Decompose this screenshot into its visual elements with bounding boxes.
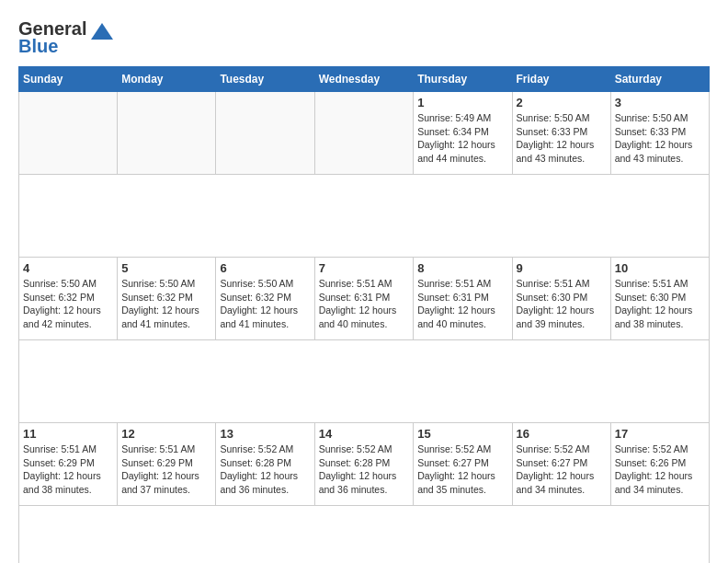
day-number: 16 — [517, 427, 607, 441]
day-detail: Sunrise: 5:50 AMSunset: 6:32 PMDaylight:… — [121, 277, 211, 331]
day-number: 9 — [517, 261, 607, 275]
weekday-header: Sunday — [19, 67, 118, 92]
calendar-day-cell: 7Sunrise: 5:51 AMSunset: 6:31 PMDaylight… — [314, 258, 414, 340]
page-header: General Blue — [18, 18, 710, 57]
day-detail: Sunrise: 5:52 AMSunset: 6:28 PMDaylight:… — [220, 442, 310, 497]
calendar-day-cell: 17Sunrise: 5:52 AMSunset: 6:26 PMDayligh… — [610, 423, 709, 506]
calendar-table: SundayMondayTuesdayWednesdayThursdayFrid… — [18, 66, 710, 563]
day-detail: Sunrise: 5:52 AMSunset: 6:26 PMDaylight:… — [615, 442, 705, 497]
calendar-day-cell: 9Sunrise: 5:51 AMSunset: 6:30 PMDaylight… — [512, 258, 610, 340]
weekday-header: Wednesday — [314, 67, 414, 92]
weekday-header: Monday — [118, 67, 216, 92]
day-number: 1 — [417, 96, 507, 109]
calendar-day-cell: 10Sunrise: 5:51 AMSunset: 6:30 PMDayligh… — [610, 258, 709, 340]
day-number: 2 — [517, 96, 607, 109]
weekday-header: Saturday — [610, 67, 709, 92]
svg-marker-0 — [91, 23, 113, 40]
day-detail: Sunrise: 5:50 AMSunset: 6:32 PMDaylight:… — [220, 277, 310, 331]
weekday-header: Thursday — [414, 67, 512, 92]
calendar-day-cell: 14Sunrise: 5:52 AMSunset: 6:28 PMDayligh… — [314, 423, 414, 506]
calendar-day-cell: 16Sunrise: 5:52 AMSunset: 6:27 PMDayligh… — [512, 423, 610, 506]
calendar-day-cell: 6Sunrise: 5:50 AMSunset: 6:32 PMDaylight… — [216, 258, 314, 340]
day-detail: Sunrise: 5:51 AMSunset: 6:30 PMDaylight:… — [517, 277, 607, 331]
day-number: 14 — [319, 427, 410, 441]
logo: General Blue — [18, 18, 115, 57]
day-number: 13 — [220, 427, 310, 441]
day-detail: Sunrise: 5:52 AMSunset: 6:27 PMDaylight:… — [417, 442, 507, 497]
day-number: 6 — [220, 261, 310, 275]
day-number: 7 — [319, 261, 410, 275]
day-number: 10 — [615, 261, 705, 275]
day-detail: Sunrise: 5:51 AMSunset: 6:31 PMDaylight:… — [319, 277, 410, 331]
day-number: 3 — [615, 96, 705, 109]
week-separator — [19, 506, 710, 564]
weekday-header: Friday — [512, 67, 610, 92]
day-detail: Sunrise: 5:51 AMSunset: 6:29 PMDaylight:… — [23, 442, 113, 497]
calendar-day-cell: 13Sunrise: 5:52 AMSunset: 6:28 PMDayligh… — [216, 423, 314, 506]
separator-cell — [19, 175, 710, 258]
logo-triangle-icon — [89, 21, 115, 47]
day-detail: Sunrise: 5:50 AMSunset: 6:32 PMDaylight:… — [23, 277, 113, 331]
day-detail: Sunrise: 5:51 AMSunset: 6:31 PMDaylight:… — [417, 277, 507, 331]
day-number: 11 — [23, 427, 113, 441]
day-detail: Sunrise: 5:52 AMSunset: 6:27 PMDaylight:… — [517, 442, 607, 497]
calendar-day-cell: 4Sunrise: 5:50 AMSunset: 6:32 PMDaylight… — [19, 258, 118, 340]
day-number: 5 — [121, 261, 211, 275]
calendar-day-cell: 1Sunrise: 5:49 AMSunset: 6:34 PMDaylight… — [414, 92, 512, 175]
day-number: 8 — [417, 261, 507, 275]
calendar-week-row: 11Sunrise: 5:51 AMSunset: 6:29 PMDayligh… — [19, 423, 710, 506]
calendar-day-cell — [118, 92, 216, 175]
week-separator — [19, 175, 710, 258]
calendar-day-cell: 5Sunrise: 5:50 AMSunset: 6:32 PMDaylight… — [118, 258, 216, 340]
week-separator — [19, 340, 710, 423]
day-detail: Sunrise: 5:49 AMSunset: 6:34 PMDaylight:… — [417, 111, 507, 166]
day-detail: Sunrise: 5:50 AMSunset: 6:33 PMDaylight:… — [517, 111, 607, 166]
day-number: 15 — [417, 427, 507, 441]
calendar-week-row: 1Sunrise: 5:49 AMSunset: 6:34 PMDaylight… — [19, 92, 710, 175]
calendar-day-cell: 12Sunrise: 5:51 AMSunset: 6:29 PMDayligh… — [118, 423, 216, 506]
day-detail: Sunrise: 5:52 AMSunset: 6:28 PMDaylight:… — [319, 442, 410, 497]
calendar-day-cell — [216, 92, 314, 175]
calendar-day-cell: 11Sunrise: 5:51 AMSunset: 6:29 PMDayligh… — [19, 423, 118, 506]
calendar-day-cell — [19, 92, 118, 175]
calendar-header-row: SundayMondayTuesdayWednesdayThursdayFrid… — [19, 67, 710, 92]
calendar-day-cell: 3Sunrise: 5:50 AMSunset: 6:33 PMDaylight… — [610, 92, 709, 175]
logo-blue: Blue — [18, 36, 58, 57]
day-detail: Sunrise: 5:51 AMSunset: 6:29 PMDaylight:… — [121, 442, 211, 497]
separator-cell — [19, 506, 710, 564]
calendar-day-cell — [314, 92, 414, 175]
separator-cell — [19, 340, 710, 423]
day-detail: Sunrise: 5:51 AMSunset: 6:30 PMDaylight:… — [615, 277, 705, 331]
day-number: 12 — [121, 427, 211, 441]
calendar-day-cell: 8Sunrise: 5:51 AMSunset: 6:31 PMDaylight… — [414, 258, 512, 340]
day-detail: Sunrise: 5:50 AMSunset: 6:33 PMDaylight:… — [615, 111, 705, 166]
calendar-day-cell: 15Sunrise: 5:52 AMSunset: 6:27 PMDayligh… — [414, 423, 512, 506]
day-number: 4 — [23, 261, 113, 275]
day-number: 17 — [615, 427, 705, 441]
weekday-header: Tuesday — [216, 67, 314, 92]
calendar-day-cell: 2Sunrise: 5:50 AMSunset: 6:33 PMDaylight… — [512, 92, 610, 175]
calendar-week-row: 4Sunrise: 5:50 AMSunset: 6:32 PMDaylight… — [19, 258, 710, 340]
